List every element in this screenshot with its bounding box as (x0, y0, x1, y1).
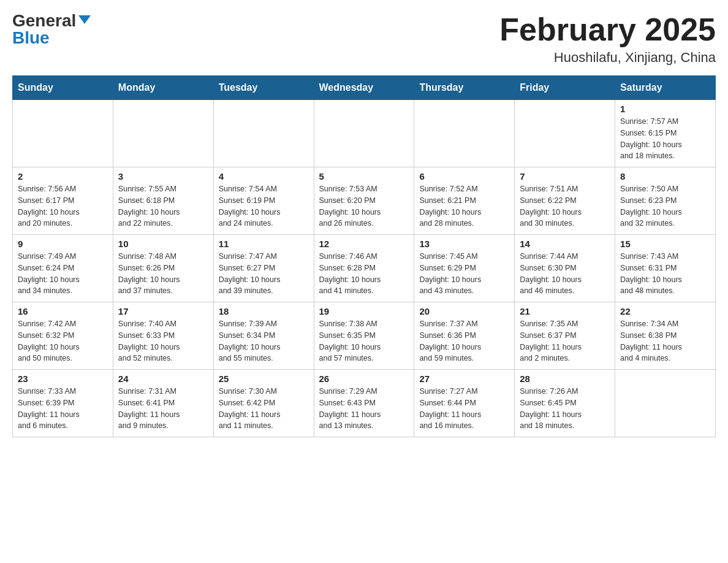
calendar-cell (213, 100, 314, 167)
calendar-header-thursday: Thursday (414, 76, 515, 100)
day-info: Sunrise: 7:55 AMSunset: 6:18 PMDaylight:… (118, 183, 208, 229)
day-number: 19 (319, 306, 409, 316)
day-number: 6 (419, 171, 509, 182)
logo-triangle-icon (78, 15, 91, 24)
day-info: Sunrise: 7:48 AMSunset: 6:26 PMDaylight:… (118, 251, 208, 297)
calendar-cell (414, 100, 515, 167)
calendar-cell (515, 100, 615, 167)
day-info: Sunrise: 7:56 AMSunset: 6:17 PMDaylight:… (18, 183, 108, 229)
day-number: 20 (419, 306, 509, 316)
day-number: 10 (118, 239, 208, 249)
page-header: General Blue February 2025 Huoshilafu, X… (12, 12, 716, 66)
day-info: Sunrise: 7:27 AMSunset: 6:44 PMDaylight:… (419, 386, 509, 432)
day-info: Sunrise: 7:44 AMSunset: 6:30 PMDaylight:… (520, 251, 610, 297)
calendar-week-row-2: 2Sunrise: 7:56 AMSunset: 6:17 PMDaylight… (13, 167, 716, 235)
calendar-cell: 7Sunrise: 7:51 AMSunset: 6:22 PMDaylight… (515, 167, 615, 235)
calendar-table: SundayMondayTuesdayWednesdayThursdayFrid… (12, 75, 716, 437)
day-info: Sunrise: 7:29 AMSunset: 6:43 PMDaylight:… (319, 386, 409, 432)
calendar-cell: 23Sunrise: 7:33 AMSunset: 6:39 PMDayligh… (13, 370, 113, 437)
day-number: 18 (219, 306, 309, 316)
day-info: Sunrise: 7:51 AMSunset: 6:22 PMDaylight:… (520, 183, 610, 229)
title-section: February 2025 Huoshilafu, Xinjiang, Chin… (499, 12, 716, 66)
day-number: 13 (419, 239, 509, 249)
day-info: Sunrise: 7:57 AMSunset: 6:15 PMDaylight:… (620, 116, 710, 162)
calendar-cell (113, 100, 213, 167)
day-info: Sunrise: 7:54 AMSunset: 6:19 PMDaylight:… (219, 183, 309, 229)
calendar-subtitle: Huoshilafu, Xinjiang, China (499, 50, 716, 66)
day-number: 3 (118, 171, 208, 182)
calendar-cell (314, 100, 414, 167)
day-info: Sunrise: 7:30 AMSunset: 6:42 PMDaylight:… (219, 386, 309, 432)
day-info: Sunrise: 7:40 AMSunset: 6:33 PMDaylight:… (118, 318, 208, 364)
day-number: 24 (118, 373, 208, 384)
day-info: Sunrise: 7:49 AMSunset: 6:24 PMDaylight:… (18, 251, 108, 297)
logo-blue-text: Blue (12, 29, 50, 47)
day-info: Sunrise: 7:37 AMSunset: 6:36 PMDaylight:… (419, 318, 509, 364)
day-number: 15 (620, 239, 710, 249)
calendar-header-tuesday: Tuesday (213, 76, 314, 100)
day-number: 1 (620, 104, 710, 114)
day-info: Sunrise: 7:31 AMSunset: 6:41 PMDaylight:… (118, 386, 208, 432)
calendar-title: February 2025 (499, 12, 716, 47)
day-number: 22 (620, 306, 710, 316)
calendar-header-saturday: Saturday (615, 76, 716, 100)
day-info: Sunrise: 7:52 AMSunset: 6:21 PMDaylight:… (419, 183, 509, 229)
calendar-header-monday: Monday (113, 76, 213, 100)
calendar-cell: 13Sunrise: 7:45 AMSunset: 6:29 PMDayligh… (414, 235, 515, 302)
day-info: Sunrise: 7:33 AMSunset: 6:39 PMDaylight:… (18, 386, 108, 432)
day-info: Sunrise: 7:35 AMSunset: 6:37 PMDaylight:… (520, 318, 610, 364)
calendar-cell: 18Sunrise: 7:39 AMSunset: 6:34 PMDayligh… (213, 302, 314, 370)
day-number: 11 (219, 239, 309, 249)
calendar-cell: 27Sunrise: 7:27 AMSunset: 6:44 PMDayligh… (414, 370, 515, 437)
day-number: 7 (520, 171, 610, 182)
day-info: Sunrise: 7:46 AMSunset: 6:28 PMDaylight:… (319, 251, 409, 297)
day-number: 14 (520, 239, 610, 249)
calendar-header-wednesday: Wednesday (314, 76, 414, 100)
day-number: 2 (18, 171, 108, 182)
calendar-cell (13, 100, 113, 167)
calendar-cell: 14Sunrise: 7:44 AMSunset: 6:30 PMDayligh… (515, 235, 615, 302)
calendar-week-row-3: 9Sunrise: 7:49 AMSunset: 6:24 PMDaylight… (13, 235, 716, 302)
day-info: Sunrise: 7:50 AMSunset: 6:23 PMDaylight:… (620, 183, 710, 229)
day-number: 9 (18, 239, 108, 249)
calendar-cell: 17Sunrise: 7:40 AMSunset: 6:33 PMDayligh… (113, 302, 213, 370)
calendar-cell: 24Sunrise: 7:31 AMSunset: 6:41 PMDayligh… (113, 370, 213, 437)
day-number: 16 (18, 306, 108, 316)
calendar-cell: 3Sunrise: 7:55 AMSunset: 6:18 PMDaylight… (113, 167, 213, 235)
day-info: Sunrise: 7:38 AMSunset: 6:35 PMDaylight:… (319, 318, 409, 364)
calendar-week-row-4: 16Sunrise: 7:42 AMSunset: 6:32 PMDayligh… (13, 302, 716, 370)
calendar-header-row: SundayMondayTuesdayWednesdayThursdayFrid… (13, 76, 716, 100)
calendar-cell: 6Sunrise: 7:52 AMSunset: 6:21 PMDaylight… (414, 167, 515, 235)
day-info: Sunrise: 7:26 AMSunset: 6:45 PMDaylight:… (520, 386, 610, 432)
day-info: Sunrise: 7:42 AMSunset: 6:32 PMDaylight:… (18, 318, 108, 364)
day-number: 26 (319, 373, 409, 384)
calendar-cell: 8Sunrise: 7:50 AMSunset: 6:23 PMDaylight… (615, 167, 716, 235)
day-info: Sunrise: 7:39 AMSunset: 6:34 PMDaylight:… (219, 318, 309, 364)
calendar-cell (615, 370, 716, 437)
day-number: 17 (118, 306, 208, 316)
calendar-cell: 26Sunrise: 7:29 AMSunset: 6:43 PMDayligh… (314, 370, 414, 437)
calendar-cell: 21Sunrise: 7:35 AMSunset: 6:37 PMDayligh… (515, 302, 615, 370)
calendar-cell: 25Sunrise: 7:30 AMSunset: 6:42 PMDayligh… (213, 370, 314, 437)
calendar-header-friday: Friday (515, 76, 615, 100)
calendar-cell: 28Sunrise: 7:26 AMSunset: 6:45 PMDayligh… (515, 370, 615, 437)
calendar-week-row-1: 1Sunrise: 7:57 AMSunset: 6:15 PMDaylight… (13, 100, 716, 167)
calendar-cell: 15Sunrise: 7:43 AMSunset: 6:31 PMDayligh… (615, 235, 716, 302)
day-number: 4 (219, 171, 309, 182)
calendar-cell: 20Sunrise: 7:37 AMSunset: 6:36 PMDayligh… (414, 302, 515, 370)
day-number: 8 (620, 171, 710, 182)
calendar-cell: 16Sunrise: 7:42 AMSunset: 6:32 PMDayligh… (13, 302, 113, 370)
day-info: Sunrise: 7:34 AMSunset: 6:38 PMDaylight:… (620, 318, 710, 364)
day-info: Sunrise: 7:53 AMSunset: 6:20 PMDaylight:… (319, 183, 409, 229)
day-number: 28 (520, 373, 610, 384)
day-number: 23 (18, 373, 108, 384)
day-number: 21 (520, 306, 610, 316)
calendar-header-sunday: Sunday (13, 76, 113, 100)
day-info: Sunrise: 7:45 AMSunset: 6:29 PMDaylight:… (419, 251, 509, 297)
calendar-week-row-5: 23Sunrise: 7:33 AMSunset: 6:39 PMDayligh… (13, 370, 716, 437)
logo-general-text: General (12, 12, 76, 29)
calendar-cell: 1Sunrise: 7:57 AMSunset: 6:15 PMDaylight… (615, 100, 716, 167)
calendar-cell: 9Sunrise: 7:49 AMSunset: 6:24 PMDaylight… (13, 235, 113, 302)
day-number: 5 (319, 171, 409, 182)
day-info: Sunrise: 7:47 AMSunset: 6:27 PMDaylight:… (219, 251, 309, 297)
